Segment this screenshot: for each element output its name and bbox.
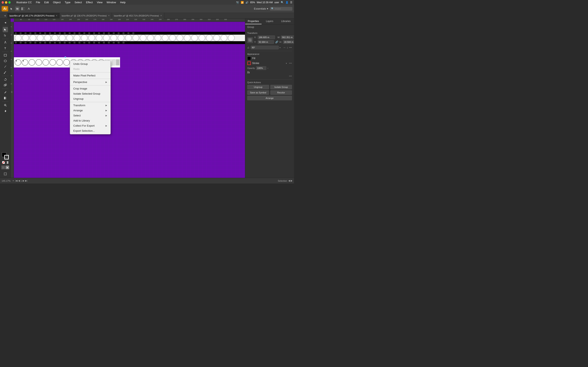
ctx-add-to-library[interactable]: Add to Library	[70, 118, 111, 123]
three-dots-appearance[interactable]: •••	[289, 62, 292, 65]
fullscreen-button[interactable]	[8, 1, 11, 4]
tool-zoom[interactable]	[3, 103, 8, 108]
artboard-tool[interactable]	[3, 171, 8, 176]
tool-rectangle[interactable]	[3, 53, 8, 58]
tool-eyedropper[interactable]	[3, 90, 8, 95]
qa-recolor-button[interactable]: Recolor	[270, 90, 292, 95]
user-label[interactable]: user	[274, 1, 279, 4]
fx-button[interactable]: fx	[247, 71, 292, 74]
tab-1[interactable]: laserfilm.ai* @ 138.47% (RGB/GPU Preview…	[60, 13, 112, 18]
toolbar-select-tool[interactable]	[9, 7, 14, 11]
stroke-box[interactable]	[4, 155, 9, 159]
essentials-dropdown[interactable]: Essentials ▾	[254, 7, 268, 10]
mask-mode[interactable]: ■	[6, 166, 9, 169]
ctx-isolate-selected-group[interactable]: Isolate Selected Group	[70, 91, 111, 96]
ctx-export-selection[interactable]: Export Selection...	[70, 128, 111, 133]
tool-hand[interactable]	[3, 108, 8, 114]
panel-toggle-left[interactable]: ◀	[3, 20, 8, 25]
menu-object[interactable]: Object	[51, 0, 62, 4]
canvas-area[interactable]: 80 90 100 110 120 130 140 150 160 170 18…	[11, 18, 245, 178]
flip-v-icon[interactable]: ↕	[287, 46, 288, 49]
tool-direct-select[interactable]	[3, 33, 8, 38]
tool-pencil[interactable]	[3, 64, 8, 69]
none-icon[interactable]	[2, 161, 5, 164]
tab-close-2[interactable]: ✕	[160, 15, 162, 17]
transform-w-input[interactable]	[281, 35, 294, 39]
qa-ungroup-button[interactable]: Ungroup	[247, 85, 269, 89]
gradient-swatch[interactable]	[6, 161, 8, 164]
opacity-more[interactable]: ›	[268, 67, 268, 69]
menu-help[interactable]: Help	[118, 0, 127, 4]
minimize-button[interactable]	[5, 1, 7, 4]
ctx-arrange[interactable]: Arrange ▶	[70, 108, 111, 113]
tool-pen[interactable]	[3, 40, 8, 45]
angle-input[interactable]	[251, 46, 279, 49]
transform-x-input[interactable]	[258, 35, 275, 39]
tool-ellipse[interactable]	[3, 58, 8, 64]
menu-extra-icon[interactable]: ☰	[290, 1, 292, 4]
tool-selection[interactable]	[3, 27, 8, 32]
flip-h-icon[interactable]: ↔	[283, 46, 286, 49]
qa-isolate-group-button[interactable]: Isolate Group	[270, 85, 292, 89]
next-artboard[interactable]: ▶	[291, 179, 292, 182]
tool-rotate[interactable]	[3, 77, 8, 82]
toolbar-pen-tool[interactable]	[26, 7, 31, 11]
three-dots-transform[interactable]: •••	[289, 46, 292, 49]
panel-tab-properties[interactable]: Properties	[245, 18, 261, 24]
prev-page-btn[interactable]: ◀	[18, 179, 20, 182]
normal-mode[interactable]: □	[1, 166, 5, 169]
three-dots-2[interactable]: •••	[247, 75, 292, 78]
last-page-icon[interactable]: ▶|	[25, 179, 27, 182]
ctx-perspective[interactable]: Perspective ▶	[70, 80, 111, 85]
menu-view[interactable]: View	[95, 0, 104, 4]
ctx-ungroup[interactable]: Ungroup	[70, 96, 111, 101]
toolbar-style-tool[interactable]: St	[15, 7, 20, 11]
menu-edit[interactable]: Edit	[43, 0, 51, 4]
qa-arrange-button[interactable]: Arrange	[247, 96, 292, 100]
tool-brush[interactable]	[3, 70, 8, 75]
menu-type[interactable]: Type	[63, 0, 72, 4]
tabs-left-arrow[interactable]: ◀	[4, 15, 7, 17]
ctx-select[interactable]: Select ▶	[70, 113, 111, 118]
ctx-redo[interactable]: Redo	[70, 67, 111, 72]
zoom-dropdown[interactable]: ▾	[13, 179, 14, 182]
ctx-undo-group[interactable]: Undo Group	[70, 61, 111, 67]
tab-close-1[interactable]: ✕	[108, 15, 110, 17]
transform-h-input[interactable]	[283, 40, 294, 44]
prev-page-icon[interactable]: |◀	[15, 179, 17, 182]
opacity-input[interactable]	[256, 66, 266, 70]
tab-0[interactable]: laserfilm.ai* @ 145.17% (RGB/GPU Preview…	[7, 13, 60, 18]
qa-save-as-symbol-button[interactable]: Save as Symbol	[247, 90, 269, 95]
panel-tab-libraries[interactable]: Libraries	[278, 18, 294, 24]
tab-close-0[interactable]: ✕	[56, 15, 57, 17]
tool-text[interactable]: T	[3, 45, 8, 51]
ctx-make-pixel-perfect[interactable]: Make Pixel Perfect	[70, 73, 111, 78]
transform-y-input[interactable]	[258, 40, 274, 44]
menu-select[interactable]: Select	[73, 0, 84, 4]
ctx-collect-for-export[interactable]: Collect For Export ▶	[70, 123, 111, 128]
close-button[interactable]	[2, 1, 4, 4]
toolbar-view-toggle[interactable]	[21, 7, 25, 11]
stroke-dropdown[interactable]: ▾	[286, 62, 287, 64]
menu-window[interactable]: Window	[105, 0, 118, 4]
menu-effect[interactable]: Effect	[84, 0, 94, 4]
stroke-swatch[interactable]	[247, 61, 251, 65]
search-icon[interactable]: 🔍	[281, 1, 284, 4]
transform-title: Transform	[247, 32, 292, 34]
menu-file[interactable]: File	[34, 0, 42, 4]
tool-scale[interactable]	[3, 83, 8, 88]
angle-dropdown[interactable]: ▾	[279, 47, 281, 49]
panel-tab-layers[interactable]: Layers	[261, 18, 278, 24]
menu-illustrator-cc[interactable]: Illustrator CC	[15, 0, 34, 4]
fill-swatch[interactable]	[247, 57, 251, 60]
user-avatar[interactable]: 👤	[285, 1, 288, 4]
link-icon[interactable]: 🔗	[275, 40, 278, 44]
ctx-crop-image[interactable]: Crop Image	[70, 86, 111, 91]
tool-gradient[interactable]	[3, 95, 8, 101]
search-input[interactable]	[275, 7, 291, 10]
fill-stroke-selector[interactable]	[2, 152, 9, 159]
tab-2[interactable]: laserfilm.ai* @ 453.71% (RGB/GPU Preview…	[112, 13, 164, 18]
next-page-btn[interactable]: ▶	[23, 179, 24, 182]
prev-artboard[interactable]: ◀	[288, 179, 290, 182]
ctx-transform[interactable]: Transform ▶	[70, 103, 111, 108]
